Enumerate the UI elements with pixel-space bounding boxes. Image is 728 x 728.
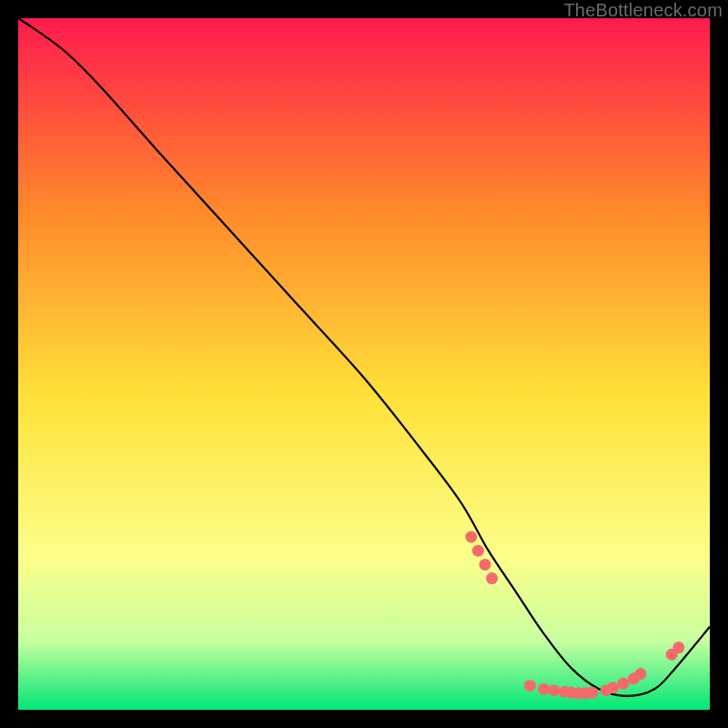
data-point bbox=[672, 642, 684, 653]
gradient-background bbox=[18, 18, 710, 710]
chart-area bbox=[18, 18, 710, 710]
data-point bbox=[465, 531, 477, 543]
chart-svg bbox=[18, 18, 710, 710]
data-point bbox=[480, 559, 491, 571]
data-point bbox=[607, 682, 619, 693]
data-point bbox=[635, 668, 647, 680]
data-point bbox=[524, 680, 536, 692]
data-point bbox=[549, 684, 561, 696]
data-point bbox=[472, 545, 484, 557]
data-point bbox=[586, 687, 598, 699]
data-point bbox=[486, 572, 498, 584]
data-point bbox=[618, 678, 630, 690]
data-point bbox=[538, 683, 550, 695]
